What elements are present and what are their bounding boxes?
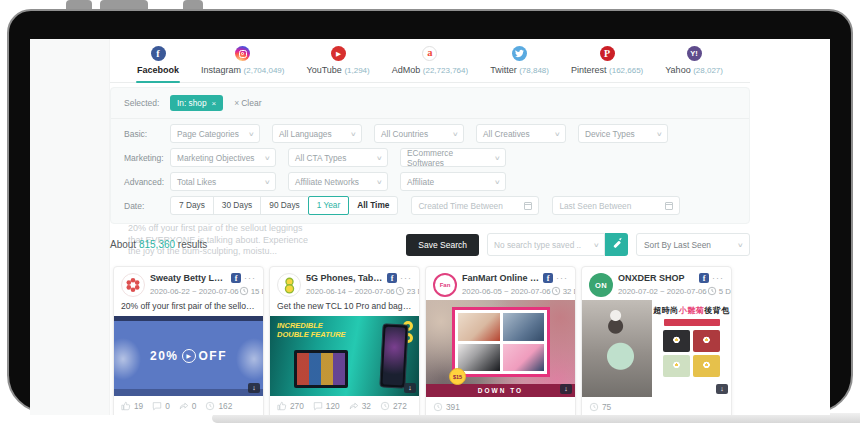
ad-date-range: 2020-06-14 ~ 2020-07-06 xyxy=(306,287,395,296)
more-menu-icon[interactable]: ··· xyxy=(556,276,568,281)
pencil-icon xyxy=(613,241,620,248)
advertiser-avatar: ON xyxy=(589,273,613,297)
instagram-icon xyxy=(235,46,250,61)
filter-dropdown-marketing-objectives[interactable]: Marketing Objectives∨ xyxy=(170,148,276,167)
daisy-title: 超時尚小雛菊後背包 xyxy=(652,305,731,316)
save-ad-icon[interactable]: ↓ xyxy=(404,383,416,393)
filter-row-basic: Basic: Page Categories∨All Languages∨All… xyxy=(124,124,736,143)
filter-dropdown-page-categories[interactable]: Page Categories∨ xyxy=(170,124,260,143)
ad-creative-shoes[interactable]: DOWN TO $15 ↓ xyxy=(426,300,575,397)
ad-card[interactable]: ON ONXDER SHOP f ··· 2020-07-02 ~ 2020-0… xyxy=(581,266,732,415)
ad-creative-ee[interactable]: INCREDIBLE DOUBLE FEATURE ↓ xyxy=(270,316,419,396)
chevron-down-icon: ∨ xyxy=(451,130,458,137)
network-tabs: f Facebook Instagram (2,704,049) ▶ YouTu… xyxy=(110,39,750,83)
filter-dropdown-device-types[interactable]: Device Types∨ xyxy=(578,124,668,143)
stat-share: 0 xyxy=(179,401,197,411)
advertiser-avatar xyxy=(121,273,145,297)
tab-twitter[interactable]: Twitter (78,848) xyxy=(487,45,552,83)
tab-instagram[interactable]: Instagram (2,704,049) xyxy=(198,45,287,83)
sort-select[interactable]: Sort By Last Seen ∨ xyxy=(636,233,750,256)
tab-label: Facebook xyxy=(137,65,179,75)
dropdown-value: Total Likes xyxy=(177,177,216,187)
ad-duration: 15 Days xyxy=(239,286,264,296)
clock-icon xyxy=(433,402,443,412)
results-suffix: results xyxy=(178,239,207,250)
more-menu-icon[interactable]: ··· xyxy=(244,276,256,281)
more-menu-icon[interactable]: ··· xyxy=(712,276,724,281)
dropdown-value: Affiliate xyxy=(407,177,434,187)
filter-rows: Basic: Page Categories∨All Languages∨All… xyxy=(124,124,736,191)
saved-search-box[interactable]: No search type saved .. ∨ xyxy=(487,233,605,256)
chevron-down-icon: ∨ xyxy=(736,241,743,248)
advertiser-name[interactable]: FanMart Online Shopping - F... xyxy=(462,273,540,283)
tab-pinterest[interactable]: P Pinterest (162,665) xyxy=(568,45,646,83)
facebook-f: f xyxy=(156,48,159,59)
ad-card[interactable]: Fan FanMart Online Shopping - F... f ···… xyxy=(425,266,576,415)
tab-admob[interactable]: a AdMob (22,723,764) xyxy=(389,45,471,83)
filter-dropdown-all-cta-types[interactable]: All CTA Types∨ xyxy=(288,148,388,167)
advertiser-name[interactable]: 5G Phones, Tablets & SIMs | ... xyxy=(306,273,384,283)
clock-icon xyxy=(205,401,215,411)
filter-dropdown-ecommerce-softwares[interactable]: ECommerce Softwares∨ xyxy=(400,148,506,167)
more-menu-icon[interactable]: ··· xyxy=(400,276,412,281)
ad-creative-video[interactable]: 20% ▶ OFF ↓ xyxy=(114,316,263,396)
advertiser-name[interactable]: Sweaty Betty London | Wom... xyxy=(150,273,228,283)
save-ad-icon[interactable]: ↓ xyxy=(716,384,728,394)
filter-dropdown-all-languages[interactable]: All Languages∨ xyxy=(272,124,362,143)
filter-panel: Selected: In: shop × ×Clear Basic: Page … xyxy=(110,87,750,224)
tv-image xyxy=(294,350,348,388)
ad-creative-backpack[interactable]: 超時尚小雛菊後背包 ↓ xyxy=(582,300,731,397)
results-controls: Save Search No search type saved .. ∨ So… xyxy=(406,233,750,256)
tab-label: AdMob (22,723,764) xyxy=(392,65,468,75)
card-meta-row: 2020-06-22 ~ 2020-07-06 15 Days xyxy=(150,286,256,296)
advertiser-name[interactable]: ONXDER SHOP xyxy=(618,273,696,283)
facebook-badge-icon: f xyxy=(387,273,397,283)
tab-yahoo[interactable]: Y! Yahoo (28,027) xyxy=(662,45,726,83)
ad-card[interactable]: 5G Phones, Tablets & SIMs | ... f ··· 20… xyxy=(269,266,420,415)
ad-duration: 32 Days xyxy=(551,286,576,296)
admob-a: a xyxy=(427,47,432,58)
yahoo-y: Y! xyxy=(690,49,698,58)
play-button-icon[interactable]: ▶ xyxy=(182,349,196,363)
filter-dropdown-affiliate-networks[interactable]: Affiliate Networks∨ xyxy=(288,172,388,191)
clear-filters-link[interactable]: ×Clear xyxy=(234,98,261,108)
filter-row-label: Advanced: xyxy=(124,177,170,187)
youtube-icon: ▶ xyxy=(331,46,346,61)
date-range-1-year[interactable]: 1 Year xyxy=(308,196,350,215)
filter-dropdown-all-creatives[interactable]: All Creatives∨ xyxy=(476,124,566,143)
date-input-last-seen-between[interactable]: Last Seen Between xyxy=(552,196,680,215)
tab-label: Twitter (78,848) xyxy=(490,65,549,75)
filter-dropdown-total-likes[interactable]: Total Likes∨ xyxy=(170,172,276,191)
date-input-created-time-between[interactable]: Created Time Between xyxy=(411,196,539,215)
edit-saved-search-button[interactable] xyxy=(605,233,628,256)
selected-chip[interactable]: In: shop × xyxy=(170,95,223,111)
tab-youtube[interactable]: ▶ YouTube (1,294) xyxy=(303,45,372,83)
save-search-button[interactable]: Save Search xyxy=(406,234,479,256)
ad-card[interactable]: Sweaty Betty London | Wom... f ··· 2020-… xyxy=(113,266,264,415)
creative-headline: INCREDIBLE DOUBLE FEATURE xyxy=(277,322,353,339)
chip-close-icon[interactable]: × xyxy=(212,99,217,108)
results-bar: About 815,360 results Save Search No sea… xyxy=(110,232,750,257)
stat-value: 120 xyxy=(326,401,340,411)
clock-icon xyxy=(395,286,405,296)
down-to-bar: DOWN TO xyxy=(426,384,575,397)
date-range-30-days[interactable]: 30 Days xyxy=(213,196,261,215)
date-range-7-days[interactable]: 7 Days xyxy=(170,196,214,215)
card-meta-row: 2020-06-05 ~ 2020-07-06 32 Days xyxy=(462,286,568,296)
date-range-90-days[interactable]: 90 Days xyxy=(260,196,308,215)
filter-dropdown-affiliate[interactable]: Affiliate∨ xyxy=(400,172,506,191)
dropdown-group: Page Categories∨All Languages∨All Countr… xyxy=(170,124,668,143)
stat-comment: 120 xyxy=(313,401,340,411)
tab-count: (78,848) xyxy=(519,66,549,75)
stat-value: 162 xyxy=(218,401,232,411)
filter-dropdown-all-countries[interactable]: All Countries∨ xyxy=(374,124,464,143)
results-count: 815,360 xyxy=(139,239,175,250)
saved-search-select[interactable]: No search type saved .. ∨ xyxy=(487,233,628,256)
facebook-badge-icon: f xyxy=(699,273,709,283)
shoes-collage xyxy=(452,307,550,377)
date-range-all-time[interactable]: All Time xyxy=(348,196,398,215)
save-ad-icon[interactable]: ↓ xyxy=(560,384,572,394)
stat-share: 32 xyxy=(349,401,371,411)
save-ad-icon[interactable]: ↓ xyxy=(248,383,260,393)
tab-facebook[interactable]: f Facebook xyxy=(134,45,182,83)
